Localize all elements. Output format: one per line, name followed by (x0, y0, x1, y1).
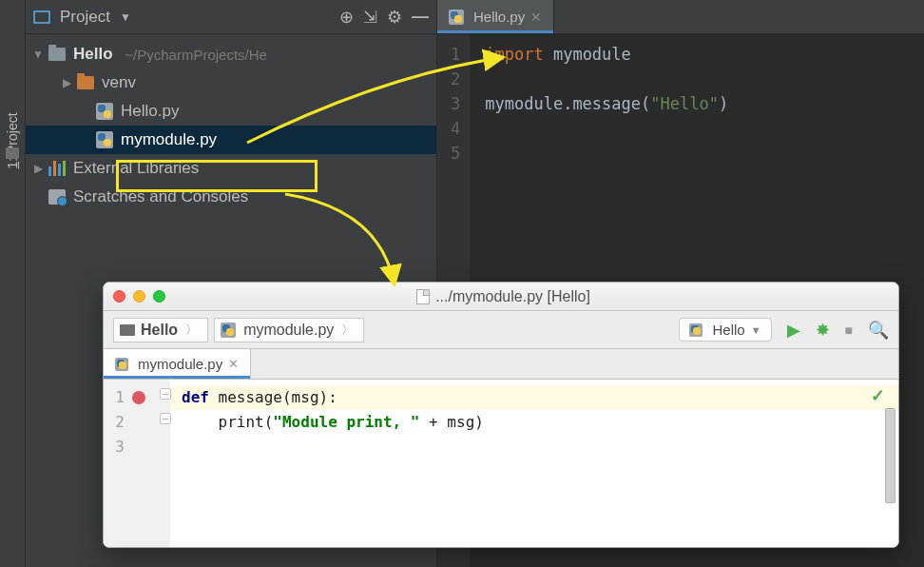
hide-panel-icon[interactable]: — (412, 7, 429, 27)
folder-icon (48, 48, 66, 61)
python-file-icon (115, 358, 128, 371)
run-config-name: Hello (712, 322, 744, 338)
file-label: mymodule.py (121, 130, 217, 149)
folder-icon (120, 324, 135, 336)
line-number: 3 (451, 91, 460, 116)
file-label: Hello.py (121, 102, 179, 121)
line-number: 2 (451, 67, 460, 91)
builtin: print (219, 413, 264, 431)
tab-label: mymodule.py (138, 356, 222, 372)
python-file-icon (221, 323, 236, 338)
window-titlebar[interactable]: .../mymodule.py [Hello] (104, 283, 898, 311)
root-name: Hello (73, 45, 113, 64)
params: (msg): (282, 388, 337, 406)
python-file-icon (96, 103, 113, 120)
debug-icon[interactable]: ✸ (816, 320, 830, 341)
chevron-right-icon: 〉 (341, 322, 354, 339)
project-view-dropdown-icon[interactable]: ▼ (120, 10, 131, 24)
close-tab-icon[interactable]: ✕ (228, 357, 239, 371)
identifier: mymodule (553, 45, 631, 64)
window-controls (113, 290, 165, 303)
project-toolbar: Project ▼ ⊕ ⇲ ⚙ — (26, 0, 436, 34)
project-view-title[interactable]: Project (60, 8, 110, 27)
indent (182, 413, 219, 431)
identifier: mymodule (485, 94, 563, 113)
float-gutter: 1 – 2 – 3 (104, 380, 170, 547)
search-icon[interactable]: 🔍 (868, 320, 889, 341)
scrollbar[interactable] (885, 408, 895, 503)
project-tool-button[interactable]: 1: Project (5, 112, 20, 168)
expand-arrow-icon[interactable]: ▶ (60, 76, 73, 89)
zoom-window-icon[interactable] (153, 290, 165, 303)
line-number: 1 (451, 42, 460, 67)
crumb-label: mymodule.py (243, 322, 334, 339)
extlib-label: External Libraries (73, 159, 199, 178)
breadcrumb-file[interactable]: mymodule.py 〉 (214, 318, 364, 342)
run-icon[interactable]: ▶ (787, 320, 800, 341)
navigation-bar: Hello 〉 mymodule.py 〉 Hello ▼ ▶ ✸ ■ 🔍 (104, 311, 898, 349)
locate-icon[interactable]: ⊕ (339, 7, 354, 28)
window-title: .../mymodule.py [Hello] (173, 288, 834, 305)
function-name: message (219, 388, 282, 406)
venv-label: venv (102, 73, 136, 92)
project-view-icon (33, 10, 50, 24)
python-file-icon (449, 10, 464, 25)
project-tool-icon (6, 147, 19, 159)
expand-arrow-icon[interactable]: ▶ (31, 162, 45, 175)
paren: ( (264, 413, 274, 431)
editor-tab-mymodule[interactable]: mymodule.py ✕ (104, 349, 251, 379)
collapse-all-icon[interactable]: ⇲ (363, 7, 377, 28)
run-toolbar: ▶ ✸ ■ 🔍 (787, 320, 889, 341)
project-tool-mnemonic: 1 (5, 162, 20, 169)
inspection-ok-icon[interactable]: ✓ (871, 385, 885, 406)
expand-arrow-icon[interactable]: ▼ (31, 48, 45, 61)
expr: + msg) (419, 413, 483, 431)
line-number: 3 (113, 435, 125, 459)
line-number: 2 (113, 410, 125, 435)
breakpoint-icon[interactable] (132, 391, 145, 404)
paren: ) (719, 94, 728, 113)
libraries-icon (48, 161, 66, 176)
tree-root[interactable]: ▼ Hello ~/PycharmProjects/He (26, 40, 436, 68)
editor-tabs: Hello.py ✕ (437, 0, 924, 34)
document-icon (416, 289, 430, 304)
python-file-icon (96, 131, 113, 148)
minimize-window-icon[interactable] (133, 290, 145, 303)
window-title-text: .../mymodule.py [Hello] (435, 288, 590, 305)
float-code-content[interactable]: def message(msg): print("Module print, "… (170, 380, 898, 547)
string: "Module print, " (273, 413, 419, 431)
close-window-icon[interactable] (113, 290, 125, 303)
line-number: 1 (113, 385, 125, 410)
floating-editor-window[interactable]: .../mymodule.py [Hello] Hello 〉 mymodule… (103, 282, 899, 548)
run-configuration-selector[interactable]: Hello ▼ (679, 318, 771, 342)
settings-gear-icon[interactable]: ⚙ (387, 7, 402, 28)
line-number: 5 (451, 141, 460, 166)
editor-tab-hello[interactable]: Hello.py ✕ (437, 0, 554, 33)
keyword: import (485, 45, 543, 64)
folder-icon (77, 76, 94, 89)
call: .message( (563, 94, 650, 113)
float-code-editor[interactable]: 1 – 2 – 3 def message(msg): print("Modul… (104, 380, 898, 547)
keyword: def (182, 388, 209, 406)
scratch-label: Scratches and Consoles (73, 187, 248, 206)
tree-file-hello[interactable]: Hello.py (26, 97, 436, 126)
tree-file-mymodule[interactable]: mymodule.py (26, 126, 436, 154)
line-number: 4 (451, 116, 460, 141)
python-icon (689, 323, 703, 337)
float-editor-tabs: mymodule.py ✕ (104, 349, 898, 380)
scratches-icon (48, 189, 66, 205)
tree-external-libs[interactable]: ▶ External Libraries (26, 154, 436, 183)
tree-venv[interactable]: ▶ venv (26, 68, 436, 97)
tab-label: Hello.py (473, 9, 525, 25)
stop-icon[interactable]: ■ (845, 323, 853, 338)
chevron-right-icon: 〉 (185, 322, 198, 339)
left-tool-gutter: 1: Project (0, 0, 26, 567)
crumb-label: Hello (141, 322, 178, 339)
close-tab-icon[interactable]: ✕ (530, 10, 542, 25)
breadcrumb-project[interactable]: Hello 〉 (113, 318, 208, 342)
root-path: ~/PycharmProjects/He (125, 47, 267, 63)
chevron-down-icon: ▼ (751, 324, 761, 336)
tree-scratches[interactable]: Scratches and Consoles (26, 183, 436, 211)
string: "Hello" (650, 94, 719, 113)
